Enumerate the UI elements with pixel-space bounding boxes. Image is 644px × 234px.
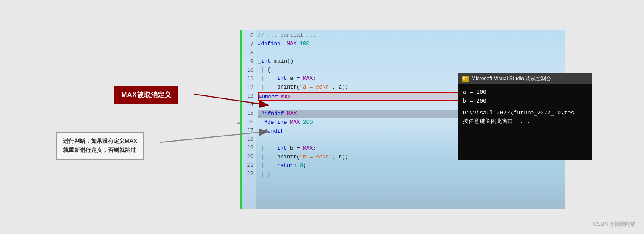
line-num-10: 10 — [242, 66, 253, 74]
line-num-14: 14 — [242, 100, 253, 109]
code-line-9: ⎯int main() — [258, 57, 565, 66]
line-num-11: 11 — [242, 74, 253, 83]
line-num-22: 22 — [242, 169, 253, 178]
line-num-8: 8 — [242, 48, 253, 57]
line-num-20: 20 — [242, 152, 253, 161]
line-numbers: 6 7 8 9 10 11 12 13 14 15 16 17 18 19 20… — [242, 30, 256, 209]
terminal-path: D:\visaul 2022\future_2022_10\tes — [463, 108, 588, 117]
line-num-16: 16 — [242, 117, 253, 126]
terminal-header: C# Microsoft Visual Studio 调试控制台 — [458, 73, 592, 84]
terminal-title: Microsoft Visual Studio 调试控制台 — [471, 75, 551, 82]
line-num-19: 19 — [242, 143, 253, 152]
terminal-close-prompt: 按任意键关闭此窗口. . . — [463, 117, 588, 126]
annotation-red-box: MAX被取消定义 — [114, 86, 178, 104]
code-line-6: // ... partial ... — [258, 31, 565, 40]
terminal-body: a = 100 b = 200 D:\visaul 2022\future_20… — [458, 84, 592, 130]
terminal-window: C# Microsoft Visual Studio 调试控制台 a = 100… — [458, 73, 592, 160]
line-num-12: 12 — [242, 83, 253, 92]
csdn-watermark: CSDN @懒懒熊猫 — [593, 221, 635, 228]
terminal-icon: C# — [462, 76, 469, 82]
annotation-gray-box: 进行判断，如果没有定义MAX 就重新进行定义，否则就跳过 — [56, 132, 144, 160]
terminal-output-line-2: b = 200 — [463, 97, 588, 106]
line-num-6: 6 — [242, 31, 253, 40]
code-line-21: | return 0; — [258, 161, 565, 170]
line-num-9: 9 — [242, 57, 253, 66]
main-container: 6 7 8 9 10 11 12 13 14 15 16 17 18 19 20… — [0, 0, 644, 234]
line-num-13: 13 — [242, 92, 253, 100]
line-num-18: 18 — [242, 135, 253, 143]
line-num-15: 15 — [242, 109, 253, 117]
line-num-21: 21 — [242, 161, 253, 169]
annotation-gray-line2: 就重新进行定义，否则就跳过 — [63, 146, 137, 155]
terminal-output-line-1: a = 100 — [463, 88, 588, 97]
code-line-7: #define MAX 100 — [258, 40, 565, 48]
annotation-gray-line1: 进行判断，如果没有定义MAX — [63, 137, 137, 146]
line-num-17: 17 — [242, 126, 253, 135]
code-line-8 — [258, 48, 565, 57]
line-num-7: 7 — [242, 40, 253, 48]
code-line-22: | } — [258, 170, 565, 179]
code-line-10: | { — [258, 66, 565, 74]
